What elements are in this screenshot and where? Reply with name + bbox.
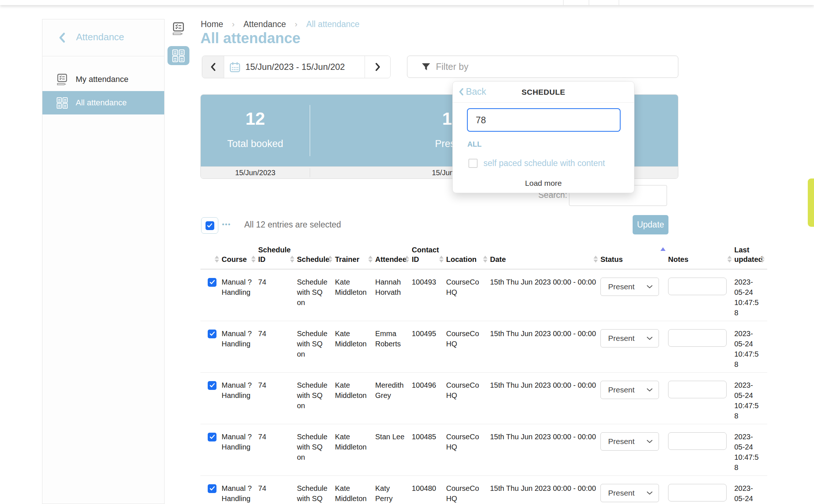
schedule-search-input[interactable] xyxy=(467,108,621,132)
row-checkbox[interactable] xyxy=(208,433,216,441)
selection-menu-dots[interactable]: ••• xyxy=(222,221,231,229)
status-select[interactable]: Present xyxy=(600,329,659,347)
header-date[interactable]: Date xyxy=(490,240,600,269)
status-select[interactable]: Present xyxy=(600,484,659,502)
status-value: Present xyxy=(608,385,634,395)
select-all-checkbox[interactable] xyxy=(201,217,218,234)
header-last-updated[interactable]: Last updated xyxy=(734,240,767,269)
cell-schedule: Schedule with SQ on xyxy=(297,321,335,372)
table-row: Manual ? Handling 74 Schedule with SQ on… xyxy=(200,269,767,321)
sort-icon xyxy=(251,256,256,263)
cell-contact-id: 100495 xyxy=(412,321,446,372)
header-attendee[interactable]: Attendee xyxy=(375,240,412,269)
prev-date-button[interactable] xyxy=(202,56,224,78)
cell-trainer: Kate Middleton xyxy=(335,270,375,321)
cell-trainer: Kate Middleton xyxy=(335,476,375,504)
date-range-nav: 15/Jun/2023 - 15/Jun/202 xyxy=(202,56,391,78)
stat-date: 15/Jun/2023 xyxy=(201,167,310,179)
cell-schedule-id: 74 xyxy=(258,424,297,475)
table-header: Course Schedule ID Schedule Trainer Atte… xyxy=(200,240,767,269)
row-checkbox[interactable] xyxy=(208,330,216,338)
chevron-down-icon xyxy=(647,285,653,289)
cell-schedule: Schedule with SQ on xyxy=(297,424,335,475)
cell-trainer: Kate Middleton xyxy=(335,424,375,475)
header-notes[interactable]: Notes xyxy=(668,240,734,269)
self-paced-option[interactable]: self paced schedule with content xyxy=(468,158,605,168)
sort-icon xyxy=(760,256,765,263)
breadcrumb-attendance[interactable]: Attendance xyxy=(244,19,286,29)
cell-last-updated: 2023-05-24 10:47:58 xyxy=(734,424,767,475)
sort-icon xyxy=(727,256,732,263)
status-select[interactable]: Present xyxy=(600,432,659,451)
cell-date: 15th Thu Jun 2023 00:00 - 00:00 xyxy=(490,373,600,424)
attendance-page: Attendance My attendance xyxy=(0,0,814,504)
breadcrumb-home[interactable]: Home xyxy=(201,19,223,29)
header-schedule[interactable]: Schedule xyxy=(297,240,335,269)
sidebar-item-all-attendance[interactable]: All attendance xyxy=(42,91,164,114)
cell-location: CourseCo HQ xyxy=(446,321,490,372)
update-button[interactable]: Update xyxy=(633,215,668,234)
schedule-filter-popover: Back SCHEDULE ALL self paced schedule wi… xyxy=(452,81,634,193)
next-date-button[interactable] xyxy=(365,56,390,78)
header-status[interactable]: Status xyxy=(600,240,668,269)
header-checkbox-col[interactable] xyxy=(200,240,222,269)
table-body: Manual ? Handling 74 Schedule with SQ on… xyxy=(200,269,767,504)
status-select[interactable]: Present xyxy=(600,381,659,399)
sort-active-asc-icon xyxy=(660,247,666,252)
table-row: Manual ? Handling 74 Schedule with SQ on… xyxy=(200,321,767,372)
table-row: Manual ? Handling 74 Schedule with SQ on… xyxy=(200,424,767,475)
sort-icon xyxy=(593,256,598,263)
chevron-down-icon xyxy=(647,491,653,495)
cell-contact-id: 100485 xyxy=(412,424,446,475)
cell-schedule: Schedule with SQ on xyxy=(297,476,335,504)
popover-header: Back SCHEDULE xyxy=(453,82,634,103)
notes-input[interactable] xyxy=(668,329,727,347)
clipboard-grid-icon xyxy=(56,97,68,109)
header-course[interactable]: Course xyxy=(222,240,258,269)
filter-input[interactable]: Filter by xyxy=(407,56,678,78)
row-checkbox[interactable] xyxy=(208,484,216,493)
sort-icon xyxy=(215,256,219,263)
self-paced-checkbox[interactable] xyxy=(468,159,478,168)
header-contact-id[interactable]: Contact ID xyxy=(412,240,446,269)
notes-input[interactable] xyxy=(668,381,727,398)
cell-course: Manual ? Handling xyxy=(222,270,258,321)
popover-group-label: ALL xyxy=(467,140,482,148)
checked-checkbox-icon xyxy=(206,221,214,230)
stat-total-booked: 12 Total booked xyxy=(201,95,310,166)
notes-input[interactable] xyxy=(668,484,727,501)
table-row: Manual ? Handling 74 Schedule with SQ on… xyxy=(200,475,767,504)
cell-schedule-id: 74 xyxy=(258,373,297,424)
sidebar-back-chevron-icon[interactable] xyxy=(58,31,69,44)
status-value: Present xyxy=(608,436,634,447)
stat-value: 12 xyxy=(201,109,310,129)
sidebar-title: Attendance xyxy=(76,31,124,43)
feedback-side-tab[interactable] xyxy=(808,178,814,227)
sidebar-item-my-attendance[interactable]: My attendance xyxy=(42,68,164,91)
cell-location: CourseCo HQ xyxy=(446,476,490,504)
load-more-button[interactable]: Load more xyxy=(453,179,634,188)
notes-input[interactable] xyxy=(668,432,727,450)
cell-date: 15th Thu Jun 2023 00:00 - 00:00 xyxy=(490,270,600,321)
notes-input[interactable] xyxy=(668,278,727,295)
filter-placeholder: Filter by xyxy=(436,61,468,72)
sidebar-header: Attendance xyxy=(42,19,164,56)
header-schedule-id[interactable]: Schedule ID xyxy=(258,240,297,269)
cell-location: CourseCo HQ xyxy=(446,373,490,424)
sidebar-divider xyxy=(42,56,164,56)
top-nav-bar xyxy=(0,0,814,5)
header-location[interactable]: Location xyxy=(446,240,490,269)
cell-schedule-id: 74 xyxy=(258,270,297,321)
date-range-button[interactable]: 15/Jun/2023 - 15/Jun/202 xyxy=(224,56,365,78)
sidebar: Attendance My attendance xyxy=(42,19,165,504)
selection-status-text: All 12 entries are selected xyxy=(244,220,341,230)
header-trainer[interactable]: Trainer xyxy=(335,240,375,269)
row-checkbox[interactable] xyxy=(208,278,216,287)
row-checkbox[interactable] xyxy=(208,381,216,390)
cell-schedule-id: 74 xyxy=(258,321,297,372)
cell-contact-id: 100496 xyxy=(412,373,446,424)
rail-my-attendance-button[interactable] xyxy=(167,19,189,38)
rail-all-attendance-button[interactable] xyxy=(167,46,189,65)
status-select[interactable]: Present xyxy=(600,278,659,296)
calendar-icon xyxy=(229,61,241,73)
